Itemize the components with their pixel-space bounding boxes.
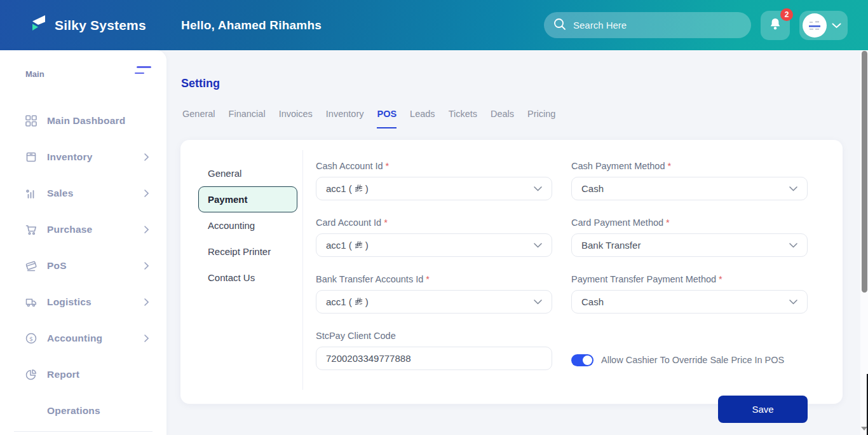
app-header: Silky Systems Hello, Ahamed Rihamhs xyxy=(0,0,868,50)
notification-badge: 2 xyxy=(780,8,793,21)
notifications-button[interactable]: 2 xyxy=(761,11,790,40)
cart-icon xyxy=(24,223,38,236)
avatar xyxy=(803,13,827,38)
greeting-text: Hello, Ahamed Rihamhs xyxy=(181,0,322,50)
chevron-down-icon xyxy=(789,186,797,191)
payment-transfer-payment-method-label: Payment Transfer Payment Method* xyxy=(571,274,808,284)
page-title: Setting xyxy=(181,77,220,90)
submenu-item-general[interactable]: General xyxy=(198,160,297,186)
brand-name: Silky Systems xyxy=(55,18,146,33)
brand[interactable]: Silky Systems xyxy=(30,0,146,50)
card-account-id-select[interactable]: acc1 ( ) xyxy=(316,233,552,257)
tab-deals[interactable]: Deals xyxy=(491,109,514,128)
sidebar-item-accounting[interactable]: $ Accounting xyxy=(0,320,166,356)
submenu-item-receipt-printer[interactable]: Receipt Printer xyxy=(198,238,297,265)
tab-pricing[interactable]: Pricing xyxy=(527,109,555,128)
chevron-down-icon xyxy=(534,186,542,191)
sidebar-collapse-icon[interactable] xyxy=(135,64,151,76)
grid-icon xyxy=(24,114,38,127)
chevron-right-icon xyxy=(144,226,149,233)
brand-logo-icon xyxy=(30,15,46,36)
settings-submenu: General Payment Accounting Receipt Print… xyxy=(198,160,297,291)
saudi-riyal-icon xyxy=(355,184,363,193)
submenu-divider xyxy=(302,150,303,390)
cash-payment-method-select[interactable]: Cash xyxy=(571,177,808,200)
chevron-down-icon xyxy=(789,300,797,305)
bell-icon xyxy=(768,17,783,34)
dollar-circle-icon: $ xyxy=(24,332,38,345)
sidebar-item-pos[interactable]: PoS xyxy=(0,247,166,284)
override-sale-price-toggle-label: Allow Cashier To Override Sale Price In … xyxy=(601,355,784,365)
chevron-right-icon xyxy=(144,153,149,161)
tab-general[interactable]: General xyxy=(182,109,215,128)
cash-account-id-label: Cash Account Id* xyxy=(316,161,552,171)
chevron-down-icon xyxy=(789,243,797,248)
card-payment-method-select[interactable]: Bank Transfer xyxy=(571,233,808,257)
truck-icon xyxy=(24,296,38,308)
sidebar-item-main-dashboard[interactable]: Main Dashboard xyxy=(0,102,166,139)
svg-text:$: $ xyxy=(29,335,33,342)
card-account-id-label: Card Account Id* xyxy=(316,218,552,228)
card-payment-method-label: Card Payment Method* xyxy=(571,218,808,228)
submenu-item-contact-us[interactable]: Contact Us xyxy=(198,265,297,291)
sidebar-item-operations[interactable]: Operations xyxy=(0,392,166,429)
chevron-down-icon xyxy=(534,300,542,305)
box-icon xyxy=(24,151,38,163)
submenu-item-payment[interactable]: Payment xyxy=(198,186,297,212)
pie-chart-icon xyxy=(24,368,38,381)
credit-card-icon xyxy=(24,259,38,272)
tab-financial[interactable]: Financial xyxy=(229,109,266,128)
app-window: Silky Systems Hello, Ahamed Rihamhs xyxy=(0,0,868,435)
chevron-down-icon xyxy=(832,20,841,31)
payment-settings-form: Cash Account Id* acc1 ( ) xyxy=(316,161,808,423)
stcpay-client-code-label: StcPay Client Code xyxy=(316,331,552,341)
bank-transfer-accounts-id-select[interactable]: acc1 ( ) xyxy=(316,290,552,314)
stcpay-client-code-field xyxy=(316,347,552,370)
sidebar: Main Main Dashboard Inven xyxy=(0,50,166,435)
cash-payment-method-label: Cash Payment Method* xyxy=(571,161,808,171)
search-input[interactable] xyxy=(573,20,742,31)
tab-invoices[interactable]: Invoices xyxy=(279,109,313,128)
settings-tabs: General Financial Invoices Inventory POS… xyxy=(182,109,555,128)
sidebar-item-sales[interactable]: Sales xyxy=(0,175,166,211)
sidebar-nav: Main Dashboard Inventory xyxy=(0,87,166,432)
sidebar-divider xyxy=(14,431,153,432)
saudi-riyal-icon xyxy=(355,298,363,306)
tab-pos[interactable]: POS xyxy=(377,109,397,128)
tab-leads[interactable]: Leads xyxy=(410,109,435,128)
submenu-item-accounting[interactable]: Accounting xyxy=(198,212,297,238)
chevron-right-icon xyxy=(144,298,149,306)
chevron-right-icon xyxy=(144,335,149,342)
sidebar-item-inventory[interactable]: Inventory xyxy=(0,139,166,175)
scrollbar-thumb[interactable] xyxy=(862,51,867,293)
override-sale-price-toggle[interactable] xyxy=(571,354,593,366)
cash-account-id-select[interactable]: acc1 ( ) xyxy=(316,177,552,200)
chevron-right-icon xyxy=(144,262,149,270)
main-content: Setting General Financial Invoices Inven… xyxy=(166,50,860,435)
sidebar-item-purchase[interactable]: Purchase xyxy=(0,211,166,247)
payment-transfer-payment-method-select[interactable]: Cash xyxy=(571,290,808,314)
search-bar[interactable] xyxy=(544,12,751,38)
settings-card: General Payment Accounting Receipt Print… xyxy=(180,140,843,404)
stcpay-client-code-input[interactable] xyxy=(326,353,542,364)
chevron-down-icon xyxy=(534,243,542,248)
bank-transfer-accounts-id-label: Bank Transfer Accounts Id* xyxy=(316,274,552,284)
sidebar-item-report[interactable]: Report xyxy=(0,356,166,392)
saudi-riyal-icon xyxy=(355,241,363,249)
tab-inventory[interactable]: Inventory xyxy=(326,109,364,128)
search-icon xyxy=(553,17,567,34)
sidebar-section-label: Main xyxy=(25,69,44,79)
chevron-right-icon xyxy=(144,190,149,197)
tab-tickets[interactable]: Tickets xyxy=(449,109,477,128)
user-menu[interactable] xyxy=(799,11,848,40)
bar-chart-icon xyxy=(24,187,38,200)
sidebar-item-logistics[interactable]: Logistics xyxy=(0,284,166,320)
save-button[interactable]: Save xyxy=(718,396,808,423)
header-actions: 2 xyxy=(544,0,848,50)
